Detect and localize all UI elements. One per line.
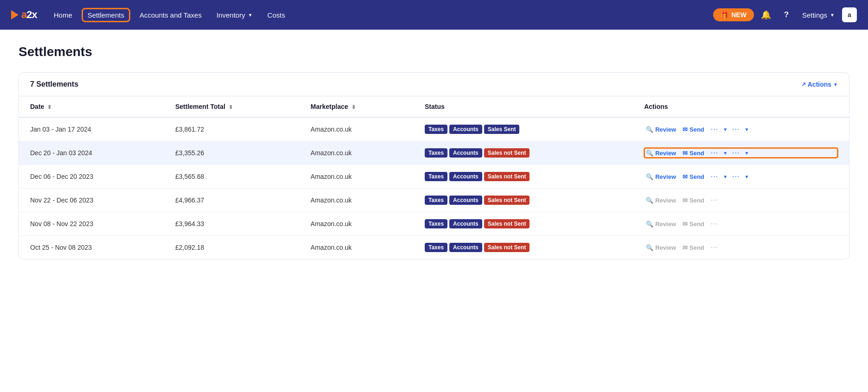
cell-status: TaxesAccountsSales not Sent <box>414 165 633 189</box>
actions-chevron-icon: ▼ <box>833 82 838 87</box>
nav-home[interactable]: Home <box>48 8 78 22</box>
cell-total: £4,966.37 <box>164 189 300 212</box>
cell-status: TaxesAccountsSales not Sent <box>414 189 633 212</box>
more-options-chevron-icon[interactable]: ▼ <box>723 151 728 156</box>
more-options-chevron-icon[interactable]: ▼ <box>723 127 728 132</box>
date-sort-icon[interactable]: ⇕ <box>47 104 51 110</box>
status-badge: Taxes <box>425 219 447 228</box>
logo-arrow-icon <box>11 10 19 19</box>
settlements-count: 7 Settlements <box>30 80 78 89</box>
review-button: 🔍 Review <box>644 220 678 228</box>
more-options-button[interactable]: ··· <box>709 124 720 134</box>
status-badge: Sales not Sent <box>484 148 530 158</box>
notifications-button[interactable]: 🔔 <box>758 6 774 23</box>
cell-actions: 🔍 Review ✉ Send ··· <box>633 189 849 212</box>
cell-marketplace: Amazon.co.uk <box>300 212 414 236</box>
cell-marketplace: Amazon.co.uk <box>300 236 414 259</box>
extra-options-chevron-icon[interactable]: ▼ <box>744 127 749 132</box>
col-actions: Actions <box>633 96 849 117</box>
settings-chevron-icon: ▼ <box>830 13 835 18</box>
nav-settlements[interactable]: Settlements <box>82 8 130 22</box>
more-options-button[interactable]: ··· <box>709 171 720 182</box>
send-button[interactable]: ✉ Send <box>681 125 706 134</box>
cell-actions: 🔍 Review ✉ Send ··· ▼ ··· ▼ <box>633 165 849 189</box>
extra-options-chevron-icon[interactable]: ▼ <box>744 174 749 179</box>
status-badge: Accounts <box>449 172 482 181</box>
mail-icon: ✉ <box>683 150 688 157</box>
logo[interactable]: a2x <box>11 9 37 21</box>
extra-options-button[interactable]: ··· <box>730 148 741 158</box>
cell-total: £3,964.33 <box>164 212 300 236</box>
search-icon: 🔍 <box>646 244 653 251</box>
cell-date: Nov 22 - Dec 06 2023 <box>19 189 164 212</box>
status-badge: Accounts <box>449 243 482 252</box>
send-label: Send <box>689 126 704 133</box>
settings-button[interactable]: Settings ▼ <box>798 8 838 22</box>
status-badge: Taxes <box>425 148 447 158</box>
help-button[interactable]: ? <box>778 6 795 23</box>
review-label: Review <box>655 150 676 157</box>
review-button[interactable]: 🔍 Review <box>644 125 678 134</box>
extra-options-button[interactable]: ··· <box>730 171 741 182</box>
review-label: Review <box>655 244 676 251</box>
table-row: Nov 08 - Nov 22 2023£3,964.33Amazon.co.u… <box>19 212 849 236</box>
mail-icon: ✉ <box>683 221 688 228</box>
send-label: Send <box>689 150 704 157</box>
status-badge: Taxes <box>425 196 447 205</box>
logo-text: a2x <box>21 9 37 21</box>
cell-actions: 🔍 Review ✉ Send ··· ▼ ··· ▼ <box>633 141 849 165</box>
more-options-chevron-icon[interactable]: ▼ <box>723 174 728 179</box>
status-badge: Accounts <box>449 125 482 134</box>
cell-marketplace: Amazon.co.uk <box>300 141 414 165</box>
nav-accounts-taxes[interactable]: Accounts and Taxes <box>134 8 207 22</box>
send-label: Send <box>689 173 704 180</box>
col-status: Status <box>414 96 633 117</box>
cell-marketplace: Amazon.co.uk <box>300 189 414 212</box>
status-badge: Sales not Sent <box>484 243 530 252</box>
extra-options-button[interactable]: ··· <box>730 124 741 134</box>
settlements-card: 7 Settlements ↗ Actions ▼ Date ⇕ Settlem… <box>19 72 849 259</box>
bulk-actions-button[interactable]: ↗ Actions ▼ <box>801 81 838 88</box>
search-icon: 🔍 <box>646 197 653 204</box>
total-sort-icon[interactable]: ⇕ <box>229 104 233 110</box>
nav-inventory[interactable]: Inventory ▼ <box>211 8 258 22</box>
send-label: Send <box>689 197 704 204</box>
table-row: Dec 06 - Dec 20 2023£3,565.68Amazon.co.u… <box>19 165 849 189</box>
cell-status: TaxesAccountsSales Sent <box>414 117 633 141</box>
send-button: ✉ Send <box>681 220 706 228</box>
status-badge: Accounts <box>449 148 482 158</box>
send-button[interactable]: ✉ Send <box>681 149 706 158</box>
more-options-button: ··· <box>709 219 720 229</box>
cell-date: Dec 06 - Dec 20 2023 <box>19 165 164 189</box>
new-button[interactable]: 🎁 NEW <box>713 8 754 21</box>
cell-total: £2,092.18 <box>164 236 300 259</box>
amazon-account-badge[interactable]: a <box>842 7 857 22</box>
mail-icon: ✉ <box>683 197 688 204</box>
review-button: 🔍 Review <box>644 196 678 205</box>
nav-costs[interactable]: Costs <box>262 8 291 22</box>
cell-actions: 🔍 Review ✉ Send ··· ▼ ··· ▼ <box>633 117 849 141</box>
search-icon: 🔍 <box>646 150 653 157</box>
review-button[interactable]: 🔍 Review <box>644 172 678 181</box>
col-marketplace: Marketplace ⇕ <box>300 96 414 117</box>
inventory-chevron-icon: ▼ <box>248 13 253 18</box>
extra-options-chevron-icon[interactable]: ▼ <box>744 151 749 156</box>
bell-icon: 🔔 <box>761 10 771 20</box>
review-button: 🔍 Review <box>644 243 678 252</box>
page-title: Settlements <box>19 44 849 59</box>
cell-marketplace: Amazon.co.uk <box>300 165 414 189</box>
col-total: Settlement Total ⇕ <box>164 96 300 117</box>
status-badge: Sales not Sent <box>484 219 530 228</box>
col-date: Date ⇕ <box>19 96 164 117</box>
table-row: Jan 03 - Jan 17 2024£3,861.72Amazon.co.u… <box>19 117 849 141</box>
search-icon: 🔍 <box>646 126 653 133</box>
cell-date: Nov 08 - Nov 22 2023 <box>19 212 164 236</box>
more-options-button[interactable]: ··· <box>709 148 720 158</box>
send-button[interactable]: ✉ Send <box>681 172 706 181</box>
cell-status: TaxesAccountsSales not Sent <box>414 236 633 259</box>
table-row: Oct 25 - Nov 08 2023£2,092.18Amazon.co.u… <box>19 236 849 259</box>
search-icon: 🔍 <box>646 221 653 228</box>
navigation: a2x Home Settlements Accounts and Taxes … <box>0 0 868 30</box>
review-button[interactable]: 🔍 Review <box>644 149 678 158</box>
marketplace-sort-icon[interactable]: ⇕ <box>351 104 356 110</box>
